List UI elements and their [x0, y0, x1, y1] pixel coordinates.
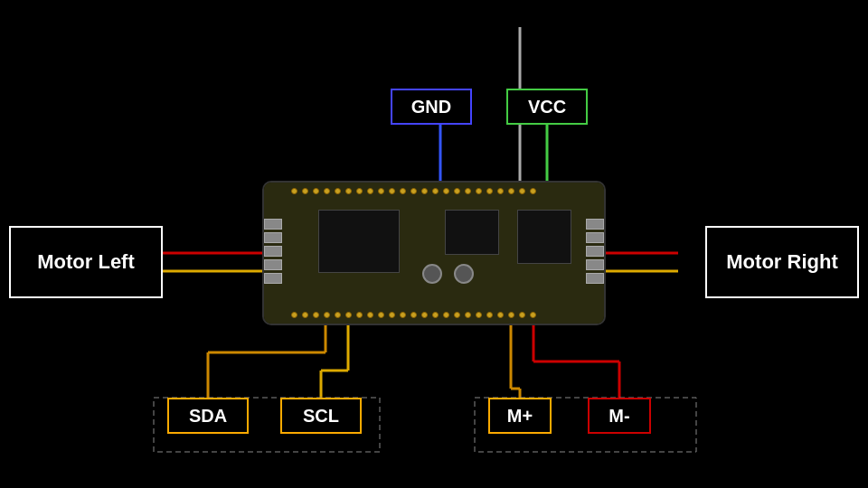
capacitor-1 [422, 264, 442, 284]
pin-hole [486, 312, 493, 318]
terminal-block [264, 259, 282, 270]
terminal-block [586, 232, 604, 243]
small-chip [445, 210, 499, 255]
pin-hole [530, 312, 536, 318]
motor-right-label: Motor Right [705, 226, 859, 298]
pin-hole [508, 188, 514, 194]
pin-hole [400, 312, 406, 318]
pin-hole [443, 312, 449, 318]
motor-left-text: Motor Left [37, 250, 135, 274]
vcc-text: VCC [528, 97, 566, 117]
pin-hole [421, 312, 428, 318]
pin-hole [313, 188, 319, 194]
vcc-label: VCC [506, 89, 588, 125]
terminal-block [586, 259, 604, 270]
pin-hole [421, 188, 428, 194]
scl-label: SCL [280, 398, 362, 434]
pin-hole [519, 312, 525, 318]
pin-hole [432, 188, 439, 194]
terminal-block [264, 219, 282, 230]
pin-hole [410, 312, 417, 318]
pin-hole [378, 312, 384, 318]
pin-hole [465, 188, 471, 194]
pin-hole [432, 312, 439, 318]
pin-hole [400, 188, 406, 194]
right-chip [517, 210, 571, 264]
terminal-block [264, 232, 282, 243]
terminal-left [264, 219, 282, 284]
motor-right-text: Motor Right [726, 250, 837, 274]
pin-hole [356, 312, 363, 318]
pin-hole [443, 188, 449, 194]
pin-hole [356, 188, 363, 194]
gnd-text: GND [411, 97, 451, 117]
pin-hole [367, 188, 373, 194]
terminal-block [586, 246, 604, 257]
pin-hole [291, 188, 297, 194]
pin-hole [313, 312, 319, 318]
pin-hole [410, 188, 417, 194]
pin-hole [389, 312, 395, 318]
sda-label: SDA [167, 398, 249, 434]
pin-hole [378, 188, 384, 194]
pin-hole [389, 188, 395, 194]
terminal-right [586, 219, 604, 284]
board-inner [264, 183, 604, 324]
mminus-label: M- [588, 398, 651, 434]
main-chip [318, 210, 400, 273]
pin-hole [497, 312, 504, 318]
pin-hole [335, 312, 341, 318]
pin-hole [324, 188, 330, 194]
mplus-label: M+ [488, 398, 552, 434]
pin-hole [302, 188, 308, 194]
microcontroller-board [262, 181, 606, 325]
scl-text: SCL [303, 406, 339, 427]
pin-hole [345, 188, 352, 194]
capacitor-2 [454, 264, 474, 284]
pin-hole [476, 188, 482, 194]
top-pin-row [291, 188, 536, 194]
pin-hole [291, 312, 297, 318]
terminal-block [264, 273, 282, 284]
motor-left-label: Motor Left [9, 226, 163, 298]
pin-hole [454, 188, 460, 194]
pin-hole [324, 312, 330, 318]
terminal-block [586, 219, 604, 230]
pin-hole [508, 312, 514, 318]
pin-hole [530, 188, 536, 194]
pin-hole [465, 312, 471, 318]
terminal-block [264, 246, 282, 257]
mplus-text: M+ [507, 406, 533, 427]
pin-hole [497, 188, 504, 194]
pin-hole [454, 312, 460, 318]
pin-hole [476, 312, 482, 318]
bottom-pin-row [291, 312, 536, 318]
gnd-label: GND [391, 89, 472, 125]
pin-hole [345, 312, 352, 318]
pin-hole [302, 312, 308, 318]
pin-hole [519, 188, 525, 194]
pin-hole [486, 188, 493, 194]
terminal-block [586, 273, 604, 284]
diagram-container: GND VCC Motor Left Motor Right SDA SCL M… [0, 0, 868, 488]
pin-hole [367, 312, 373, 318]
mminus-text: M- [609, 406, 629, 427]
pin-hole [335, 188, 341, 194]
sda-text: SDA [189, 406, 227, 427]
